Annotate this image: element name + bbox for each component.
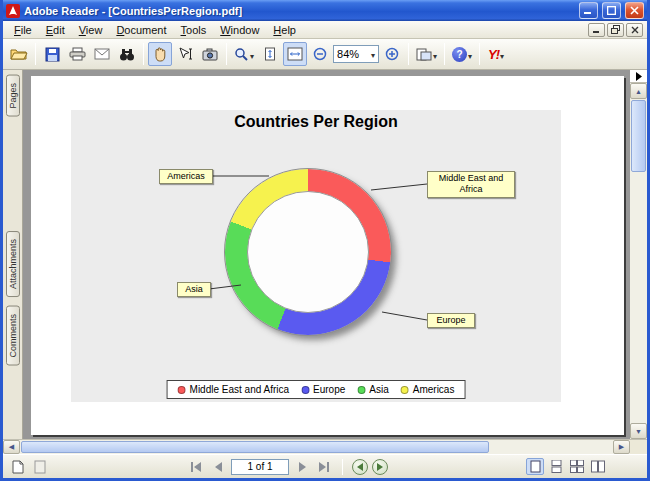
- scroll-down-button[interactable]: ▼: [630, 423, 647, 439]
- save-button[interactable]: [40, 42, 64, 66]
- menu-item-document[interactable]: Document: [109, 22, 173, 38]
- toolbar-separator: [143, 43, 144, 65]
- fit-width-button[interactable]: [283, 42, 307, 66]
- document-window-buttons: [588, 23, 643, 37]
- toolbar-separator: [444, 43, 445, 65]
- search-button[interactable]: [115, 42, 139, 66]
- next-view-icon: [376, 463, 384, 471]
- doc-close-button[interactable]: [626, 23, 643, 37]
- horizontal-scroll-thumb[interactable]: [21, 441, 489, 453]
- doc-close-icon: [631, 26, 639, 34]
- callout-europe: Europe: [427, 313, 475, 328]
- zoom-out-icon: [313, 47, 327, 61]
- yahoo-toolbar-button[interactable]: Y!: [484, 42, 508, 66]
- last-page-button[interactable]: [315, 458, 333, 475]
- zoom-level-combo[interactable]: 84%: [333, 45, 379, 63]
- facing-button[interactable]: [589, 458, 607, 475]
- legend-label: Europe: [313, 384, 345, 395]
- menu-item-view[interactable]: View: [72, 22, 110, 38]
- zoom-tool-button[interactable]: [231, 42, 257, 66]
- page-display-button[interactable]: [413, 42, 440, 66]
- menu-item-help[interactable]: Help: [266, 22, 303, 38]
- zoom-in-button[interactable]: [380, 42, 404, 66]
- select-text-icon: [178, 47, 193, 61]
- scroll-left-button[interactable]: ◀: [3, 440, 20, 454]
- vertical-scrollbar[interactable]: ▲ ▼: [630, 70, 647, 439]
- actual-size-button[interactable]: [258, 42, 282, 66]
- panel-expand-arrow[interactable]: [630, 70, 647, 83]
- scroll-up-button[interactable]: ▲: [630, 83, 647, 99]
- callout-middle-east-africa: Middle East and Africa: [427, 171, 515, 198]
- close-button[interactable]: [625, 2, 644, 19]
- donut-hole: [247, 191, 369, 313]
- continuous-facing-icon: [570, 460, 584, 473]
- continuous-button[interactable]: [547, 458, 565, 475]
- document-status-button[interactable]: [9, 458, 27, 475]
- chart-panel: Countries Per Region Americas Middle Eas…: [71, 110, 561, 402]
- adobe-reader-icon: [6, 4, 20, 18]
- menu-item-file[interactable]: File: [7, 22, 39, 38]
- single-page-button[interactable]: [526, 458, 544, 475]
- horizontal-scroll-track[interactable]: [20, 440, 613, 454]
- email-icon: [94, 48, 110, 60]
- toolbar-separator: [35, 43, 36, 65]
- sidebar-tab-attachments[interactable]: Attachments: [6, 231, 20, 297]
- legend-item: Asia: [357, 384, 388, 395]
- minimize-button[interactable]: [579, 2, 598, 19]
- sidebar-tab-comments[interactable]: Comments: [6, 306, 20, 366]
- yahoo-caret: [500, 45, 504, 63]
- menu-item-tools[interactable]: Tools: [174, 22, 214, 38]
- main-area: Pages Attachments Comments Countries Per…: [3, 70, 647, 439]
- callout-americas: Americas: [159, 169, 213, 184]
- continuous-facing-button[interactable]: [568, 458, 586, 475]
- scrollbar-corner: [630, 440, 647, 454]
- vertical-scroll-track[interactable]: [630, 173, 647, 423]
- help-button[interactable]: ?: [449, 42, 475, 66]
- menu-item-edit[interactable]: Edit: [39, 22, 72, 38]
- sidebar-tab-pages[interactable]: Pages: [6, 75, 20, 117]
- horizontal-scrollbar[interactable]: ◀ ▶: [3, 439, 647, 454]
- doc-restore-button[interactable]: [607, 23, 624, 37]
- adobe-reader-window: Adobe Reader - [CountriesPerRegion.pdf] …: [0, 0, 650, 481]
- minimize-icon: [584, 6, 593, 15]
- doc-minimize-icon: [593, 26, 601, 34]
- hand-tool-button[interactable]: [148, 42, 172, 66]
- help-icon: ?: [452, 47, 467, 62]
- snapshot-tool-button[interactable]: [198, 42, 222, 66]
- expand-right-icon: [635, 72, 642, 81]
- legend-label: Americas: [413, 384, 455, 395]
- zoom-in-icon: [385, 47, 399, 61]
- print-button[interactable]: [65, 42, 89, 66]
- save-icon: [45, 47, 60, 62]
- next-page-button[interactable]: [293, 458, 311, 475]
- maximize-button[interactable]: [602, 2, 621, 19]
- legend-label: Asia: [369, 384, 388, 395]
- toolbar-separator: [479, 43, 480, 65]
- vertical-scroll-thumb[interactable]: [631, 100, 646, 172]
- previous-page-button[interactable]: [209, 458, 227, 475]
- legend-item: Europe: [301, 384, 345, 395]
- menu-item-window[interactable]: Window: [213, 22, 266, 38]
- page-display-caret: [433, 45, 437, 63]
- page-layout-buttons: [526, 458, 607, 475]
- previous-view-button[interactable]: [352, 459, 368, 475]
- next-view-button[interactable]: [372, 459, 388, 475]
- main-toolbar: 84% ? Y!: [3, 39, 647, 70]
- page-display-icon: [416, 47, 432, 61]
- camera-icon: [202, 48, 218, 61]
- zoom-level-caret: [371, 48, 375, 60]
- legend-swatch: [178, 386, 186, 394]
- select-tool-button[interactable]: [173, 42, 197, 66]
- zoom-out-button[interactable]: [308, 42, 332, 66]
- page-indicator[interactable]: [231, 459, 289, 475]
- email-button[interactable]: [90, 42, 114, 66]
- toolbar-separator: [226, 43, 227, 65]
- doc-minimize-button[interactable]: [588, 23, 605, 37]
- help-caret: [468, 45, 472, 63]
- page-view-status-button[interactable]: [31, 458, 49, 475]
- first-page-button[interactable]: [187, 458, 205, 475]
- fit-width-icon: [287, 47, 303, 61]
- scroll-right-button[interactable]: ▶: [613, 440, 630, 454]
- open-button[interactable]: [7, 42, 31, 66]
- next-page-icon: [298, 462, 307, 472]
